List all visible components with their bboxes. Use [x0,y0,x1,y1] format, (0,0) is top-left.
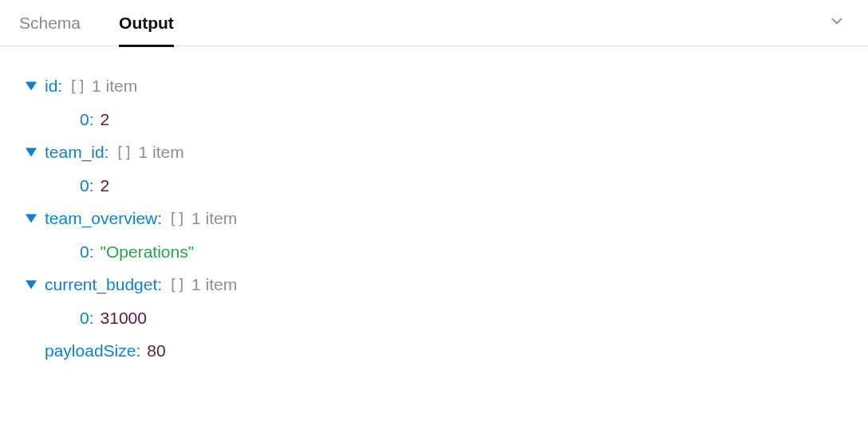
array-brackets: [] [168,207,185,230]
tab-output-label: Output [119,14,174,33]
collapse-panel-button[interactable] [825,9,849,37]
toggle-button[interactable] [24,81,38,92]
tree-child: 0: 2 [24,173,844,199]
tree-node: id: [] 1 item [24,73,844,99]
tree-value: 2 [101,107,110,132]
tree-key: team_overview [45,209,157,227]
toggle-button[interactable] [24,279,38,290]
svg-marker-2 [26,214,37,222]
array-brackets: [] [168,274,185,297]
toggle-button[interactable] [24,213,38,224]
colon: : [157,275,162,293]
triangle-down-icon [26,279,37,290]
tab-output[interactable]: Output [119,0,174,46]
tab-bar: Schema Output [0,0,868,46]
tab-schema[interactable]: Schema [19,0,81,46]
svg-marker-3 [26,280,37,289]
svg-marker-1 [26,148,37,156]
colon: : [89,176,94,195]
array-index: 0 [80,176,89,195]
svg-marker-0 [26,81,37,90]
array-index: 0 [80,242,89,261]
tree-node: team_id: [] 1 item [24,140,844,165]
tree-key: current_budget [45,275,157,293]
tree-key: payloadSize [45,341,136,360]
tree-child: 0: 2 [24,107,844,132]
tree-leaf: payloadSize: 80 [24,338,844,364]
tree-value: 80 [147,338,165,364]
colon: : [105,143,109,161]
tree-node: team_overview: [] 1 item [24,206,844,231]
tree-value: 31000 [101,305,147,331]
tree-value: "Operations" [101,239,195,265]
toggle-button[interactable] [24,147,38,158]
tree-key: id [45,77,57,95]
tree-value: 2 [101,173,110,199]
item-count: 1 item [191,206,237,231]
colon: : [89,242,94,261]
triangle-down-icon [26,213,37,224]
array-brackets: [] [116,141,132,164]
array-brackets: [] [69,75,85,98]
colon: : [89,110,94,128]
triangle-down-icon [26,147,37,158]
item-count: 1 item [138,140,183,165]
chevron-down-icon [828,12,846,30]
tree-node: current_budget: [] 1 item [24,272,844,297]
colon: : [157,209,162,227]
tree-key: team_id [45,143,105,161]
colon: : [89,309,94,327]
array-index: 0 [80,110,89,128]
item-count: 1 item [92,73,137,99]
colon: : [57,77,62,95]
array-index: 0 [80,309,89,327]
tree-child: 0: 31000 [24,305,844,331]
tab-schema-label: Schema [19,14,81,33]
item-count: 1 item [191,272,237,297]
output-tree: id: [] 1 item 0: 2 team_id: [] 1 item 0:… [0,46,868,364]
tree-child: 0: "Operations" [24,239,844,265]
colon: : [136,341,140,360]
triangle-down-icon [26,81,37,92]
